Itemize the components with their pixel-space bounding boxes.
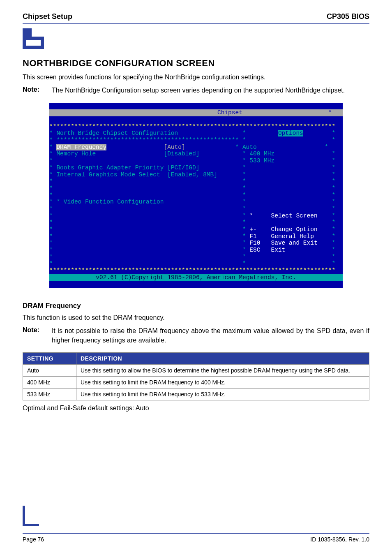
- svg-rect-2: [23, 46, 42, 49]
- cell-desc: Use this setting to limit the DRAM frequ…: [76, 388, 369, 400]
- bios-screenshot: Chipset * ******************************…: [49, 103, 343, 288]
- cell-desc: Use this setting to allow the BIOS to de…: [76, 365, 369, 377]
- svg-rect-0: [23, 28, 32, 37]
- bios-sel-pre: * *: [49, 213, 249, 219]
- note-text: The NorthBridge Configuration setup scre…: [52, 86, 345, 95]
- bios-row-blank2: * * *: [49, 178, 335, 185]
- bios-dram-label[interactable]: DRAM Frequency: [56, 144, 106, 150]
- header-left: Chipset Setup: [23, 12, 72, 21]
- svg-rect-4: [23, 524, 39, 526]
- bios-row-blank8: * * *: [49, 260, 335, 267]
- cell-desc: Use this setting to limit the DRAM frequ…: [76, 377, 369, 388]
- bios-change-text: Change Option: [257, 226, 332, 233]
- th-description: DESCRIPTION: [76, 353, 369, 365]
- bios-row-blank5: * * *: [49, 206, 335, 212]
- bios-exit-text: Exit: [260, 247, 332, 253]
- bios-row-blank7: * * *: [49, 254, 335, 260]
- bios-row-blank6: * * *: [49, 219, 335, 226]
- bios-dram-value[interactable]: [Auto]: [164, 144, 185, 150]
- bios-title-pad: [49, 109, 217, 116]
- dram-setting-table: SETTING DESCRIPTION Auto Use this settin…: [23, 352, 369, 400]
- cell-setting: 533 MHz: [23, 388, 76, 400]
- cell-setting: Auto: [23, 365, 76, 377]
- brand-logo: [23, 28, 369, 49]
- bios-dram-rest: * Auto *: [185, 144, 328, 150]
- header-rule: [23, 23, 369, 24]
- bios-border-bottom: ****************************************…: [49, 267, 335, 274]
- bios-row-vfc[interactable]: * * Video Function Configuration * *: [49, 199, 335, 205]
- bios-change-key: +-: [249, 226, 256, 233]
- cell-setting: 400 MHz: [23, 377, 76, 388]
- bios-hlp-pre: * *: [49, 233, 249, 240]
- bios-select-text: Select Screen: [253, 213, 332, 219]
- dram-note-label: Note:: [23, 326, 39, 345]
- table-row: Auto Use this setting to allow the BIOS …: [23, 365, 369, 377]
- dram-note-text: It is not possible to raise the DRAM fre…: [52, 326, 369, 345]
- bios-main-header: * North Bridge Chipset Configuration *: [49, 130, 278, 136]
- bios-options-header: Options: [278, 130, 303, 136]
- footer-rule: [23, 533, 369, 534]
- bios-dram-sp: [106, 144, 164, 150]
- bios-row-blank4: * * *: [49, 192, 335, 199]
- footer-left: Page 76: [23, 536, 44, 543]
- bios-border-top: ****************************************…: [49, 123, 335, 130]
- bios-copyright: v02.61 (C)Copyright 1985-2006, American …: [49, 274, 343, 281]
- section-title: NORTHBRIDGE CONFIGURATION SCREEN: [23, 58, 369, 69]
- svg-rect-3: [23, 506, 25, 526]
- note-label: Note:: [23, 86, 39, 95]
- table-row: 400 MHz Use this setting to limit the DR…: [23, 377, 369, 388]
- bios-row-memhole[interactable]: * Memory Hole [Disabled] * 400 MHz *: [49, 150, 335, 157]
- bios-select-key: *: [249, 213, 253, 219]
- dram-intro: This function is used to set the DRAM fr…: [23, 313, 369, 322]
- bios-esc-pre: * *: [49, 247, 249, 253]
- header-right: CP305 BIOS: [327, 12, 369, 21]
- bios-row-blank1: * * 533 MHz *: [49, 157, 335, 164]
- bios-row-blank3: * * *: [49, 185, 335, 192]
- footer-logo: [23, 506, 43, 526]
- table-row: 533 MHz Use this setting to limit the DR…: [23, 388, 369, 400]
- bios-dram-pre: *: [49, 144, 56, 150]
- bios-sav-pre: * *: [49, 240, 249, 246]
- bios-save-text: Save and Exit: [260, 240, 332, 246]
- bios-row-bgap[interactable]: * Boots Graphic Adapter Priority [PCI/IG…: [49, 164, 335, 171]
- th-setting: SETTING: [23, 353, 76, 365]
- footer-right: ID 1035-8356, Rev. 1.0: [310, 536, 369, 543]
- section-intro: This screen provides functions for speci…: [23, 73, 369, 82]
- bios-substars: * **************************************…: [49, 137, 335, 143]
- bios-sel-end: *: [332, 213, 335, 219]
- bios-title: Chipset: [217, 109, 242, 116]
- bios-row-igms[interactable]: * Internal Graphics Mode Select [Enabled…: [49, 171, 335, 178]
- dram-defaults: Optimal and Fail-Safe default settings: …: [23, 404, 369, 413]
- bios-save-key: F10: [249, 240, 260, 246]
- bios-help-key: F1: [249, 233, 256, 240]
- bios-chg-pre: * *: [49, 226, 249, 233]
- bios-exit-key: ESC: [249, 247, 260, 253]
- dram-heading: DRAM Frequency: [23, 302, 369, 310]
- bios-help-text: General Help: [257, 233, 332, 240]
